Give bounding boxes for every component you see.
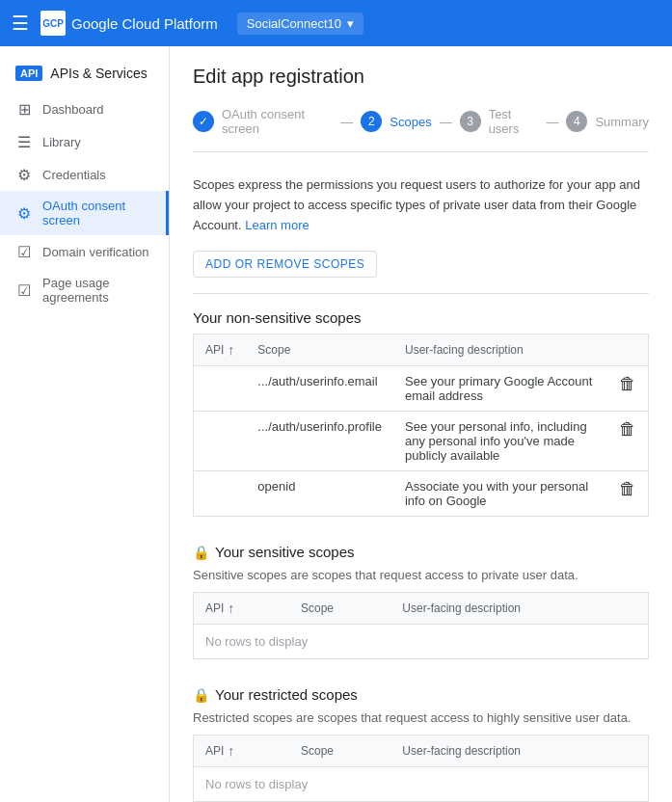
credentials-icon: ⚙	[15, 166, 33, 183]
sensitive-section: 🔒 Your sensitive scopes Sensitive scopes…	[193, 544, 649, 659]
row-1-delete[interactable]: 🗑	[607, 366, 649, 412]
sensitive-title: 🔒 Your sensitive scopes	[193, 544, 649, 560]
sidebar-item-domain-verification[interactable]: ☑ Domain verification	[0, 235, 169, 268]
domain-icon: ☑	[15, 243, 33, 260]
sensitive-no-rows: No rows to display	[194, 625, 649, 659]
step-2-circle: 2	[361, 111, 382, 132]
app-logo: GCP Google Cloud Platform	[40, 11, 218, 36]
oauth-icon: ⚙	[15, 204, 33, 222]
app-title: Google Cloud Platform	[71, 15, 218, 32]
sidebar-item-dashboard[interactable]: ⊞ Dashboard	[0, 93, 169, 125]
sidebar-label-credentials: Credentials	[42, 168, 106, 182]
project-dropdown-icon: ▾	[347, 16, 354, 31]
scopes-description: Scopes express the permissions you reque…	[193, 175, 649, 235]
sidebar-item-credentials[interactable]: ⚙ Credentials	[0, 158, 169, 191]
table-row: No rows to display	[194, 767, 649, 802]
step-sep-2: —	[440, 115, 452, 129]
sort-icon-api: ↑	[228, 342, 234, 358]
sidebar-label-dashboard: Dashboard	[42, 102, 104, 117]
gcp-logo-icon: GCP	[40, 11, 66, 36]
sensitive-desc: Sensitive scopes are scopes that request…	[193, 568, 649, 582]
row-1-api	[194, 366, 247, 412]
sidebar-header: API APIs & Services	[0, 54, 169, 93]
main-content: Edit app registration ✓ OAuth consent sc…	[170, 46, 672, 802]
sensitive-col-user-facing: User-facing description	[390, 593, 648, 625]
step-oauth-consent[interactable]: ✓ OAuth consent screen	[193, 107, 333, 136]
sort-icon-sensitive-api: ↑	[228, 601, 234, 616]
row-3-scope: openid	[246, 471, 393, 517]
table-row: No rows to display	[194, 625, 649, 659]
learn-more-link[interactable]: Learn more	[245, 218, 309, 232]
step-scopes[interactable]: 2 Scopes	[361, 111, 431, 132]
non-sensitive-title: Your non-sensitive scopes	[193, 309, 649, 326]
sidebar: API APIs & Services ⊞ Dashboard ☰ Librar…	[0, 46, 170, 802]
sidebar-label-oauth: OAuth consent screen	[42, 199, 150, 227]
step-3-label: Test users	[489, 107, 539, 136]
restricted-title: 🔒 Your restricted scopes	[193, 686, 649, 703]
row-2-scope: .../auth/userinfo.profile	[246, 412, 393, 471]
step-summary[interactable]: 4 Summary	[566, 111, 649, 132]
row-3-api	[194, 471, 247, 517]
sensitive-col-scope: Scope	[289, 593, 390, 625]
restricted-col-api[interactable]: API ↑	[194, 735, 290, 767]
topbar: ☰ GCP Google Cloud Platform SocialConnec…	[0, 0, 672, 46]
sidebar-label-library: Library	[42, 135, 81, 149]
step-1-circle: ✓	[193, 111, 214, 132]
restricted-col-scope: Scope	[289, 735, 390, 767]
non-sensitive-section: Your non-sensitive scopes API ↑ Scope Us…	[193, 309, 649, 517]
page-usage-icon: ☑	[15, 281, 33, 299]
step-1-label: OAuth consent screen	[222, 107, 333, 136]
sidebar-label-domain: Domain verification	[42, 245, 149, 259]
step-4-circle: 4	[566, 111, 587, 132]
sidebar-label-page-usage: Page usage agreements	[42, 276, 153, 305]
sensitive-col-api[interactable]: API ↑	[194, 593, 290, 625]
step-3-circle: 3	[460, 111, 481, 132]
sort-icon-restricted-api: ↑	[228, 743, 234, 759]
step-2-label: Scopes	[390, 115, 431, 129]
sidebar-section-title: APIs & Services	[50, 66, 147, 81]
table-row: .../auth/userinfo.profile See your perso…	[194, 412, 649, 471]
row-3-desc: Associate you with your personal info on…	[393, 471, 607, 517]
stepper: ✓ OAuth consent screen — 2 Scopes — 3 Te…	[193, 107, 649, 152]
row-2-desc: See your personal info, including any pe…	[393, 412, 607, 471]
menu-icon[interactable]: ☰	[12, 12, 29, 35]
divider-1	[193, 293, 649, 294]
non-sensitive-col-api[interactable]: API ↑	[194, 334, 247, 366]
row-3-delete[interactable]: 🗑	[607, 471, 649, 517]
restricted-no-rows: No rows to display	[194, 767, 649, 802]
sensitive-lock-icon: 🔒	[193, 545, 209, 560]
restricted-section: 🔒 Your restricted scopes Restricted scop…	[193, 686, 649, 802]
restricted-table: API ↑ Scope User-facing description No r…	[193, 735, 649, 802]
table-row: .../auth/userinfo.email See your primary…	[194, 366, 649, 412]
restricted-col-user-facing: User-facing description	[390, 735, 648, 767]
non-sensitive-col-user-facing: User-facing description	[393, 334, 607, 366]
non-sensitive-table: API ↑ Scope User-facing description .../…	[193, 334, 649, 517]
row-1-scope: .../auth/userinfo.email	[246, 366, 393, 412]
library-icon: ☰	[15, 133, 33, 150]
sidebar-item-library[interactable]: ☰ Library	[0, 125, 169, 158]
step-sep-1: —	[340, 115, 353, 129]
step-test-users[interactable]: 3 Test users	[460, 107, 539, 136]
step-sep-3: —	[546, 115, 558, 129]
sensitive-table: API ↑ Scope User-facing description No r…	[193, 592, 649, 659]
project-name: SocialConnect10	[247, 16, 341, 31]
restricted-desc: Restricted scopes are scopes that reques…	[193, 710, 649, 725]
non-sensitive-col-scope: Scope	[246, 334, 393, 366]
page-title: Edit app registration	[193, 66, 649, 88]
dashboard-icon: ⊞	[15, 100, 33, 118]
row-2-api	[194, 412, 247, 471]
table-row: openid Associate you with your personal …	[194, 471, 649, 517]
add-remove-scopes-button[interactable]: ADD OR REMOVE SCOPES	[193, 251, 377, 278]
project-selector[interactable]: SocialConnect10 ▾	[237, 13, 363, 35]
api-badge: API	[15, 66, 42, 81]
non-sensitive-col-action	[607, 334, 649, 366]
row-2-delete[interactable]: 🗑	[607, 412, 649, 471]
sidebar-item-page-usage[interactable]: ☑ Page usage agreements	[0, 268, 169, 312]
sidebar-item-oauth-consent[interactable]: ⚙ OAuth consent screen	[0, 191, 169, 235]
step-4-label: Summary	[595, 115, 649, 129]
row-1-desc: See your primary Google Account email ad…	[393, 366, 607, 412]
restricted-lock-icon: 🔒	[193, 687, 209, 703]
main-layout: API APIs & Services ⊞ Dashboard ☰ Librar…	[0, 46, 672, 802]
